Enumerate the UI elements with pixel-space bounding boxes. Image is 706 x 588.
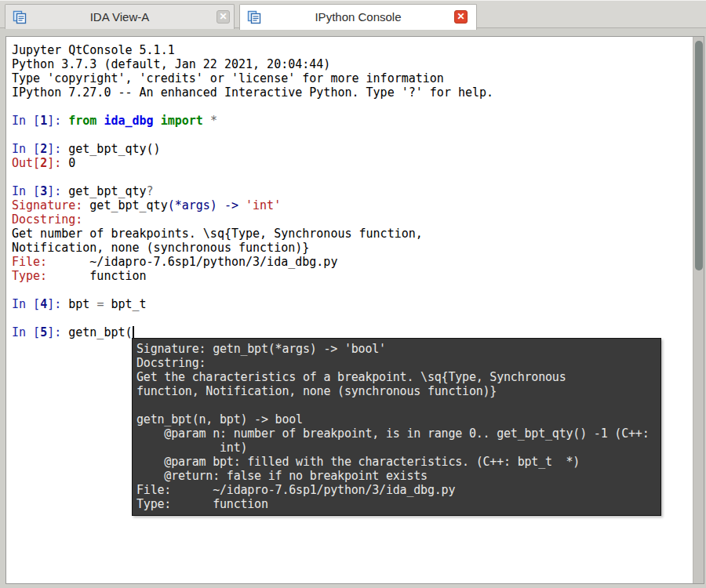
tab-bar: IDA View-A ✕ IPython Console ✕ — [0, 0, 706, 28]
console-line: File: ~/idapro-7.6sp1/python/3/ida_dbg.p… — [12, 255, 693, 269]
console-line — [12, 283, 693, 297]
calltip-line: function, Notification, none (synchronou… — [136, 384, 661, 398]
calltip-line: Get the characteristics of a breakpoint.… — [136, 370, 661, 384]
scrollbar-thumb[interactable] — [695, 41, 703, 270]
console-line: Docstring: — [12, 212, 693, 227]
calltip-line: int) — [136, 441, 661, 455]
tab-label: IPython Console — [240, 10, 476, 24]
calltip-line: File: ~/idapro-7.6sp1/python/3/ida_dbg.p… — [136, 483, 661, 497]
console-line — [12, 170, 693, 184]
console-line: Signature: get_bpt_qty(*args) -> 'int' — [12, 198, 693, 212]
console-line: Jupyter QtConsole 5.1.1 — [12, 43, 693, 57]
calltip-line: @return: false if no breakpoint exists — [136, 469, 661, 483]
text-cursor — [133, 326, 134, 339]
console-line: IPython 7.27.0 -- An enhanced Interactiv… — [12, 85, 693, 100]
tab-ipython-console[interactable]: IPython Console ✕ — [239, 4, 477, 30]
app-window: IDA View-A ✕ IPython Console ✕ Jupyter Q… — [0, 0, 706, 588]
tab-ida-view-a[interactable]: IDA View-A ✕ — [5, 4, 235, 29]
calltip-line: Type: function — [136, 497, 661, 511]
console-line: Type 'copyright', 'credits' or 'license'… — [12, 71, 693, 85]
console-line — [12, 100, 693, 114]
calltip-popup: Signature: getn_bpt(*args) -> 'bool'Docs… — [132, 338, 661, 516]
console-line — [12, 311, 693, 325]
close-tab-icon[interactable]: ✕ — [217, 10, 230, 24]
console-line: In [4]: bpt = bpt_t — [12, 297, 693, 311]
calltip-line: @param bpt: filled with the characterist… — [136, 455, 661, 469]
console-line: Notification, none (synchronous function… — [12, 241, 693, 255]
calltip-line — [136, 398, 661, 412]
calltip-line: Signature: getn_bpt(*args) -> 'bool' — [136, 342, 661, 356]
close-tab-icon[interactable]: ✕ — [454, 10, 468, 24]
tab-label: IDA View-A — [5, 10, 234, 24]
calltip-line: getn_bpt(n, bpt) -> bool — [136, 412, 661, 426]
console-line: Get number of breakpoints. \sq{Type, Syn… — [12, 227, 693, 241]
scrollbar[interactable] — [693, 37, 704, 583]
console-line: Type: function — [12, 269, 693, 283]
console-line: In [2]: get_bpt_qty() — [12, 142, 693, 156]
calltip-line: Docstring: — [136, 356, 661, 370]
console-line — [12, 128, 693, 142]
console-line: Python 3.7.3 (default, Jan 22 2021, 20:0… — [12, 57, 693, 71]
calltip-line: @param n: number of breakpoint, is in ra… — [136, 426, 661, 441]
console-line: In [1]: from ida_dbg import * — [12, 114, 693, 128]
console-line: In [3]: get_bpt_qty? — [12, 184, 693, 198]
console-line: Out[2]: 0 — [12, 156, 693, 170]
